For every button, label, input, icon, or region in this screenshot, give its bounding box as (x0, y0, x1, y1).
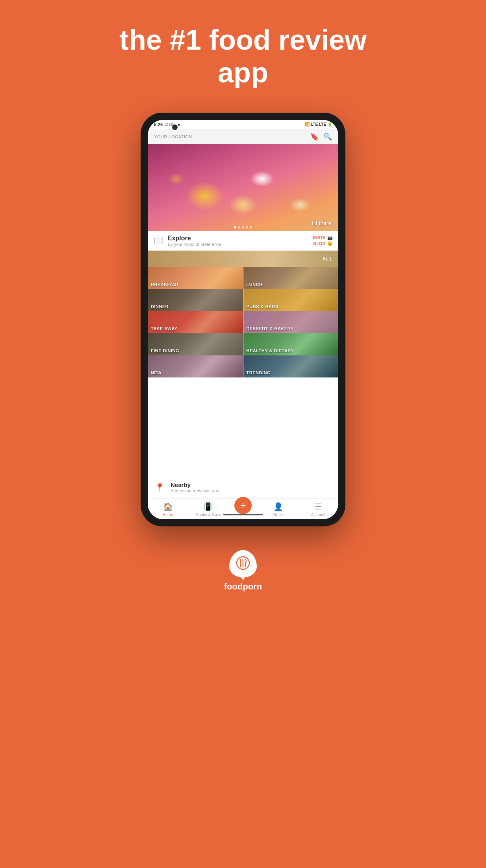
hero-image: Hi there! (148, 144, 338, 231)
add-icon: + (240, 499, 246, 511)
category-dessert-label: DESSERT & BAKERY (247, 326, 294, 331)
category-dessert[interactable]: DESSERT & BAKERY (243, 311, 339, 333)
explore-section: 🍽️ Explore By your mood of preference IN… (148, 231, 338, 251)
phone-camera (172, 125, 178, 130)
category-all[interactable]: ALL (148, 251, 338, 267)
blog-link[interactable]: BLOG 😊 (313, 241, 333, 246)
logo-container: foodporn (224, 550, 262, 592)
insta-link[interactable]: INSTA 📷 (313, 235, 333, 240)
category-takeaway-label: TAKE AWAY (151, 326, 178, 331)
nearby-section[interactable]: 📍 Nearby See restaurants near you. (148, 476, 338, 498)
signal-icon: 📶 (305, 122, 310, 126)
network-indicator: LTE LTE (311, 122, 326, 126)
search-icon[interactable]: 🔍 (323, 132, 332, 141)
category-finedining-label: FINE DINING (151, 348, 179, 353)
battery-icon: 🔋 (327, 122, 332, 126)
blog-icon: 😊 (327, 241, 333, 246)
foodporn-logo-svg (235, 556, 251, 572)
nav-shake[interactable]: 📳 Shake & Spin (194, 502, 222, 517)
category-lunch-label: LUNCH (247, 282, 263, 287)
category-new-label: NEW (151, 370, 161, 375)
category-takeaway[interactable]: TAKE AWAY (148, 311, 243, 333)
instagram-icon: 📷 (327, 235, 333, 240)
hero-text: the #1 food review app (88, 24, 398, 89)
shake-label: Shake & Spin (196, 513, 220, 517)
hero-text-line1: the #1 food review (119, 24, 367, 56)
time: 5:26 (154, 122, 163, 127)
nearby-pin-icon: 📍 (153, 481, 166, 494)
shake-icon: 📳 (203, 502, 213, 511)
home-label: Home (163, 513, 173, 517)
category-healthy-label: HEALTHY & DIETARY (247, 348, 294, 353)
category-breakfast[interactable]: BREAKFAST (148, 267, 243, 289)
nav-account[interactable]: ☰ Account (304, 502, 332, 517)
bookmark-icon[interactable]: 🔖 (310, 132, 319, 141)
nearby-subtitle: See restaurants near you. (171, 488, 221, 493)
nearby-title: Nearby (171, 481, 221, 488)
bottom-nav: 🏠 Home 📳 Shake & Spin + 👤 Profile ☰ Acco… (148, 498, 338, 519)
category-pubs-label: PUBS & BARS (247, 304, 278, 309)
nav-add[interactable]: + (234, 497, 252, 514)
account-label: Account (311, 513, 325, 517)
category-trending[interactable]: TRENDING (243, 355, 339, 377)
category-healthy[interactable]: HEALTHY & DIETARY (243, 333, 339, 355)
location-bar: YOUR LOCATION 🔖 🔍 (148, 129, 338, 144)
profile-label: Profile (273, 513, 284, 517)
home-icon: 🏠 (163, 502, 173, 511)
account-icon: ☰ (315, 502, 322, 511)
category-dinner[interactable]: DINNER (148, 289, 243, 311)
greeting-text: Hi there! (312, 220, 333, 226)
category-all-label: ALL (323, 256, 333, 262)
hero-text-line2: app (218, 57, 268, 88)
categories-grid: ALL BREAKFAST LUNCH DINNER (148, 251, 338, 476)
nav-home[interactable]: 🏠 Home (154, 502, 182, 517)
category-breakfast-label: BREAKFAST (151, 282, 179, 287)
phone-frame: 5:26 12 kB/s ● 📶 LTE LTE 🔋 YOUR LOCATION… (141, 113, 345, 526)
category-dinner-label: DINNER (151, 304, 169, 309)
explore-subtitle: By your mood of preference (168, 242, 221, 247)
category-trending-label: TRENDING (247, 370, 271, 375)
profile-icon: 👤 (273, 502, 283, 511)
explore-title: Explore (168, 235, 221, 242)
category-pubs[interactable]: PUBS & BARS (243, 289, 339, 311)
category-finedining[interactable]: FINE DINING (148, 333, 243, 355)
nav-profile[interactable]: 👤 Profile (264, 502, 292, 517)
phone-screen: 5:26 12 kB/s ● 📶 LTE LTE 🔋 YOUR LOCATION… (148, 120, 338, 519)
location-label: YOUR LOCATION (154, 134, 192, 139)
logo-text: foodporn (224, 582, 262, 592)
phone-bottom-bar (223, 514, 263, 515)
category-lunch[interactable]: LUNCH (243, 267, 339, 289)
category-new[interactable]: NEW (148, 355, 243, 377)
dot-indicator: ● (178, 122, 180, 127)
logo-icon (229, 550, 257, 578)
fork-knife-icon: 🍽️ (153, 236, 164, 246)
